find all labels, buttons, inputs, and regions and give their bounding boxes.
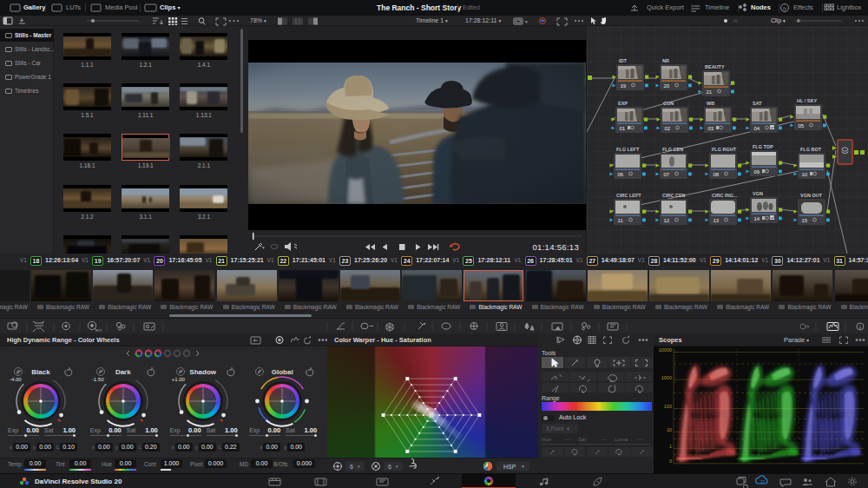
svg-text:10000: 10000 <box>659 347 672 353</box>
svg-text:FLG RGHT: FLG RGHT <box>712 147 737 152</box>
svg-text:fx: fx <box>783 6 786 11</box>
svg-text:CON: CON <box>663 101 674 106</box>
svg-text:CIRC RIG...: CIRC RIG... <box>712 193 738 198</box>
svg-text:CIRC LEFT: CIRC LEFT <box>616 193 641 198</box>
svg-text:IDT: IDT <box>619 58 628 63</box>
svg-text:11: 11 <box>618 218 624 223</box>
svg-text:FLG TOP: FLG TOP <box>753 144 773 149</box>
svg-text:HSP: HSP <box>503 464 516 470</box>
svg-text:FLG CEN: FLG CEN <box>662 147 683 152</box>
svg-text:01: 01 <box>620 126 626 131</box>
svg-text:▾: ▾ <box>525 19 528 24</box>
svg-text:▾: ▾ <box>262 245 265 250</box>
svg-text:07: 07 <box>664 172 670 177</box>
svg-text:02: 02 <box>665 126 671 131</box>
svg-text:WB: WB <box>707 101 714 106</box>
svg-text:6: 6 <box>388 464 391 470</box>
svg-text:VGN OUT: VGN OUT <box>800 193 823 198</box>
svg-text:▾: ▾ <box>522 464 524 469</box>
svg-text:0: 0 <box>669 458 672 464</box>
svg-text:VGN: VGN <box>753 191 763 196</box>
svg-text:13: 13 <box>713 218 720 223</box>
svg-text:EXP: EXP <box>618 101 628 106</box>
svg-text:NR: NR <box>662 58 669 63</box>
svg-text:20: 20 <box>760 480 766 485</box>
svg-text:100: 100 <box>664 404 672 409</box>
svg-text:14: 14 <box>754 216 760 221</box>
svg-text:HDR: HDR <box>95 329 102 333</box>
svg-text:10: 10 <box>802 172 808 177</box>
svg-text:10: 10 <box>667 427 672 432</box>
svg-text:20: 20 <box>664 83 670 89</box>
svg-text:08: 08 <box>713 172 720 177</box>
svg-text:06: 06 <box>618 172 624 177</box>
svg-text:6: 6 <box>350 464 353 470</box>
svg-text:1000: 1000 <box>661 375 672 380</box>
svg-text:BEAUTY: BEAUTY <box>705 64 725 69</box>
svg-text:1: 1 <box>669 444 672 449</box>
svg-text:FLG BOT: FLG BOT <box>800 147 822 152</box>
svg-text:05: 05 <box>799 123 805 129</box>
svg-text:FLG LEFT: FLG LEFT <box>616 147 640 152</box>
svg-text:19: 19 <box>621 83 627 89</box>
svg-text:04: 04 <box>754 126 760 131</box>
svg-text:SAT: SAT <box>753 101 762 106</box>
svg-text:15: 15 <box>802 218 808 223</box>
svg-text:21: 21 <box>707 89 713 95</box>
svg-text:12: 12 <box>664 218 670 223</box>
svg-text:CIRC CEN: CIRC CEN <box>662 193 686 198</box>
svg-text:HL / SKY: HL / SKY <box>797 98 817 103</box>
svg-text:03: 03 <box>708 126 714 131</box>
svg-text:09: 09 <box>754 169 760 175</box>
